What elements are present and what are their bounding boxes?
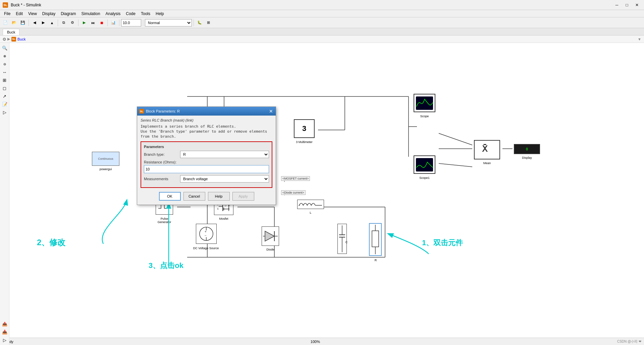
dialog-body: Series RLC Branch (mask) (link) Implemen…	[137, 116, 276, 205]
scope1-block[interactable]	[414, 155, 435, 174]
menu-bar: File Edit View Display Diagram Simulatio…	[0, 10, 644, 17]
lt-arrows[interactable]: ↔	[1, 68, 8, 76]
lt-bottom3[interactable]: ▷	[1, 336, 8, 344]
menu-analysis[interactable]: Analysis	[103, 11, 123, 17]
menu-diagram[interactable]: Diagram	[58, 11, 78, 17]
tb-debug[interactable]: 🐛	[196, 19, 204, 27]
multimeter-block[interactable]: 3	[294, 119, 315, 138]
dialog-close-button[interactable]: ✕	[268, 109, 274, 114]
svg-text:X̄: X̄	[482, 144, 488, 153]
capacitor-block[interactable]	[337, 224, 347, 254]
tb-sep4	[107, 19, 108, 26]
lt-zoom-fit[interactable]: ⊕	[1, 52, 8, 60]
tb-settings[interactable]: ⚙	[68, 19, 76, 27]
display-value: 0	[526, 147, 528, 151]
pulse-gen-label: Pulse Generator	[156, 217, 173, 224]
scope-block[interactable]	[414, 94, 435, 112]
breadcrumb-bar: ⊙ ▶ SL Buck ▼	[0, 36, 644, 43]
menu-display[interactable]: Display	[40, 11, 58, 17]
tb-up[interactable]: ▲	[48, 19, 56, 27]
diode-label: Diode	[262, 248, 279, 251]
resistance-row: Resistance (Ohms):	[144, 160, 269, 173]
annotation-step3: 3、点击ok	[149, 261, 183, 271]
menu-help[interactable]: Help	[153, 11, 167, 17]
lt-zoom-out[interactable]: ⊖	[1, 60, 8, 68]
ok-button[interactable]: OK	[159, 192, 181, 201]
tb-stop[interactable]: ⏹	[98, 19, 106, 27]
tb-new[interactable]: 📄	[1, 19, 9, 27]
sim-canvas[interactable]: Continuous powergui Pulse Generator 3 3 …	[9, 43, 644, 345]
dialog-titlebar[interactable]: SL Block Parameters: R ✕	[137, 107, 276, 116]
tb-run[interactable]: ▶	[80, 19, 88, 27]
lt-zoom-in[interactable]: 🔍	[1, 44, 8, 52]
menu-file[interactable]: File	[1, 11, 13, 17]
branch-type-select[interactable]: R L C RL RC RLC	[180, 151, 269, 158]
svg-line-4	[439, 163, 472, 167]
lt-note[interactable]: 📝	[1, 100, 8, 108]
scope1-label: Scope1	[414, 176, 435, 180]
bc-current[interactable]: Buck	[17, 37, 25, 41]
block-params-dialog: SL Block Parameters: R ✕ Series RLC Bran…	[137, 107, 276, 205]
tab-bar: Buck	[0, 28, 644, 36]
close-button[interactable]: ✕	[633, 2, 641, 8]
help-button[interactable]: Help	[208, 192, 230, 201]
inductor-block[interactable]	[297, 200, 324, 209]
measurements-select[interactable]: Branch voltage Branch current Branch vol…	[180, 175, 269, 183]
simulink-icon: SL	[3, 2, 8, 8]
menu-view[interactable]: View	[25, 11, 40, 17]
minimize-button[interactable]: ─	[612, 2, 621, 8]
cancel-button[interactable]: Cancel	[183, 192, 205, 201]
annotation-step2: 2、修改	[37, 237, 65, 248]
lt-box[interactable]: ◻	[1, 84, 8, 92]
tb-scope[interactable]: 📊	[109, 19, 117, 27]
resistance-input[interactable]	[144, 165, 269, 173]
sim-time-input[interactable]	[121, 19, 141, 26]
menu-simulation[interactable]: Simulation	[79, 11, 103, 17]
scope-label: Scope	[414, 115, 435, 118]
dialog-desc-1: Implements a series branch of RLC elemen…	[141, 124, 272, 129]
apply-button[interactable]: Apply	[232, 192, 254, 201]
sim-mode-select[interactable]: Normal Accelerator	[145, 19, 192, 26]
display-block[interactable]: 0	[514, 144, 540, 154]
svg-rect-48	[372, 231, 379, 247]
lt-grid[interactable]: ⊞	[1, 76, 8, 84]
tb-step[interactable]: ⏭	[89, 19, 97, 27]
maximize-button[interactable]: □	[623, 2, 631, 8]
dc-source-block[interactable]: + −	[196, 224, 217, 244]
tab-buck[interactable]: Buck	[3, 29, 19, 35]
mosfet-current-label: <MOSFET current>	[281, 176, 310, 181]
lt-bottom2[interactable]: 📥	[1, 328, 8, 336]
tb-forward[interactable]: ▶	[39, 19, 47, 27]
measurements-row: Measurements Branch voltage Branch curre…	[144, 175, 269, 183]
dialog-title-left: SL Block Parameters: R	[139, 109, 180, 114]
mean-label: Mean	[474, 161, 500, 165]
powergui-label: Continuous	[98, 157, 113, 160]
tb-save[interactable]: 💾	[19, 19, 27, 27]
lt-select[interactable]: ↗	[1, 92, 8, 100]
resistor-block[interactable]	[369, 223, 382, 256]
mean-block[interactable]: X̄	[474, 140, 500, 159]
dialog-description: Implements a series branch of RLC elemen…	[141, 124, 272, 139]
home-icon: ⊙	[3, 37, 6, 42]
resistance-label: Resistance (Ohms):	[144, 160, 269, 164]
lt-bottom1[interactable]: 📤	[1, 320, 8, 328]
lt-extra[interactable]: ▷	[1, 109, 8, 116]
left-toolbar: 🔍 ⊕ ⊖ ↔ ⊞ ◻ ↗ 📝 ▷ 📤 📥 ▷	[0, 43, 9, 345]
powergui-block[interactable]: Continuous powergui	[92, 152, 119, 166]
tb-grid[interactable]: ⊞	[204, 19, 212, 27]
tb-back[interactable]: ◀	[31, 19, 39, 27]
svg-rect-51	[416, 158, 433, 171]
menu-edit[interactable]: Edit	[13, 11, 25, 17]
params-title: Parameters	[144, 145, 269, 149]
tb-sep6	[143, 19, 143, 26]
params-section: Parameters Branch type: R L C RL RC RLC	[141, 141, 272, 188]
toolbar: 📄 📂 💾 ◀ ▶ ▲ ⧉ ⚙ ▶ ⏭ ⏹ 📊 Normal Accelerat…	[0, 17, 644, 28]
bc-sep: ▶	[7, 37, 10, 41]
menu-code[interactable]: Code	[123, 11, 138, 17]
bc-dropdown[interactable]: ▼	[638, 37, 641, 41]
menu-tools[interactable]: Tools	[138, 11, 153, 17]
diode-block[interactable]	[262, 226, 279, 246]
tb-sep3	[78, 19, 78, 26]
tb-copy[interactable]: ⧉	[60, 19, 68, 27]
tb-open[interactable]: 📂	[10, 19, 18, 27]
